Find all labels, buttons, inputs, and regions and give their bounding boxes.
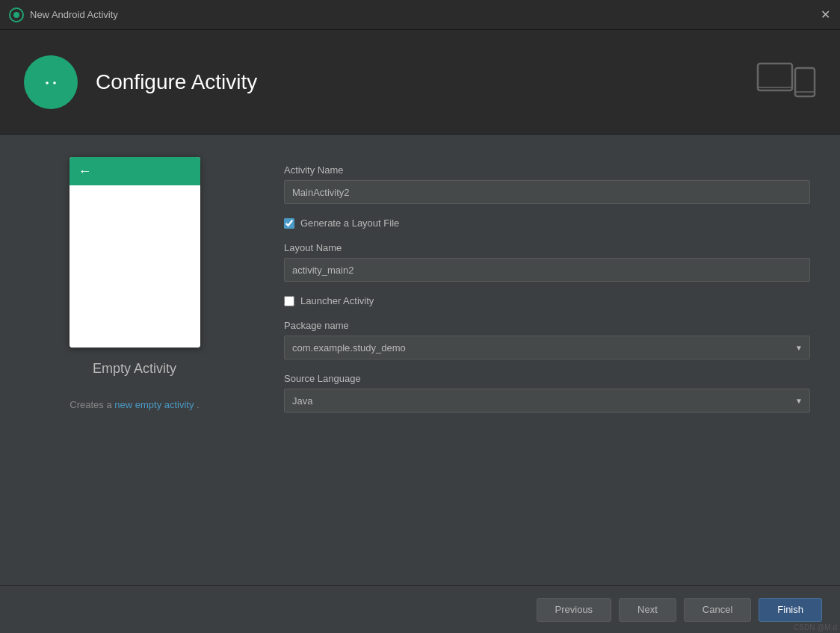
launcher-activity-checkbox[interactable] xyxy=(284,296,294,306)
header-icon-wrap xyxy=(24,55,78,109)
header: Configure Activity xyxy=(0,30,840,135)
svg-rect-9 xyxy=(46,92,49,97)
page-title: Configure Activity xyxy=(96,70,257,94)
svg-rect-12 xyxy=(60,82,64,90)
launcher-activity-label: Launcher Activity xyxy=(300,295,374,306)
watermark: CSDN @M.d xyxy=(794,623,837,632)
package-name-select-wrap: com.example.study_demo ▼ xyxy=(284,336,810,359)
main-content: ← Empty Activity Creates a new empty act… xyxy=(0,135,840,585)
layout-name-group: Layout Name xyxy=(284,242,810,282)
android-studio-icon xyxy=(9,7,24,22)
window-title: New Android Activity xyxy=(30,9,118,20)
source-language-select-wrap: Java Kotlin ▼ xyxy=(284,389,810,413)
package-name-select[interactable]: com.example.study_demo xyxy=(284,336,810,359)
title-bar: New Android Activity ✕ xyxy=(0,0,840,30)
activity-type-label: Empty Activity xyxy=(93,361,176,377)
generate-layout-row: Generate a Layout File xyxy=(284,217,810,229)
generate-layout-checkbox[interactable] xyxy=(284,218,294,229)
next-button[interactable]: Next xyxy=(619,598,676,622)
description-link[interactable]: new empty activity xyxy=(114,399,194,410)
previous-button[interactable]: Previous xyxy=(537,598,612,622)
title-bar-left: New Android Activity xyxy=(9,7,118,22)
svg-point-3 xyxy=(46,81,49,84)
svg-point-8 xyxy=(58,70,61,72)
source-language-group: Source Language Java Kotlin ▼ xyxy=(284,373,810,413)
description-text-before: Creates a xyxy=(70,399,111,410)
finish-button[interactable]: Finish xyxy=(759,598,822,622)
package-name-group: Package name com.example.study_demo ▼ xyxy=(284,320,810,359)
left-panel: ← Empty Activity Creates a new empty act… xyxy=(30,157,239,563)
svg-rect-10 xyxy=(53,92,56,97)
launcher-activity-row: Launcher Activity xyxy=(284,295,810,306)
description-text-after: . xyxy=(197,399,200,410)
close-button[interactable]: ✕ xyxy=(819,9,831,21)
android-logo-icon xyxy=(34,66,67,99)
devices-icon xyxy=(756,58,816,107)
activity-name-input[interactable] xyxy=(284,180,810,204)
svg-point-2 xyxy=(40,74,61,93)
activity-description: Creates a new empty activity . xyxy=(70,398,199,413)
back-arrow-icon: ← xyxy=(78,164,92,179)
svg-point-4 xyxy=(53,81,56,84)
generate-layout-label: Generate a Layout File xyxy=(300,217,399,229)
source-language-select[interactable]: Java Kotlin xyxy=(284,389,810,413)
activity-name-group: Activity Name xyxy=(284,164,810,204)
layout-name-label: Layout Name xyxy=(284,242,810,253)
svg-point-7 xyxy=(42,70,44,72)
preview-body xyxy=(70,185,200,348)
preview-toolbar: ← xyxy=(70,157,200,185)
activity-preview: ← xyxy=(70,157,200,348)
svg-rect-11 xyxy=(38,82,42,90)
right-panel: Activity Name Generate a Layout File Lay… xyxy=(284,157,810,563)
cancel-button[interactable]: Cancel xyxy=(684,598,751,622)
bottom-bar: Previous Next Cancel Finish xyxy=(0,585,840,633)
activity-name-label: Activity Name xyxy=(284,164,810,176)
layout-name-input[interactable] xyxy=(284,258,810,282)
package-name-label: Package name xyxy=(284,320,810,331)
svg-point-1 xyxy=(13,12,19,18)
svg-rect-14 xyxy=(758,64,792,90)
source-language-label: Source Language xyxy=(284,373,810,384)
